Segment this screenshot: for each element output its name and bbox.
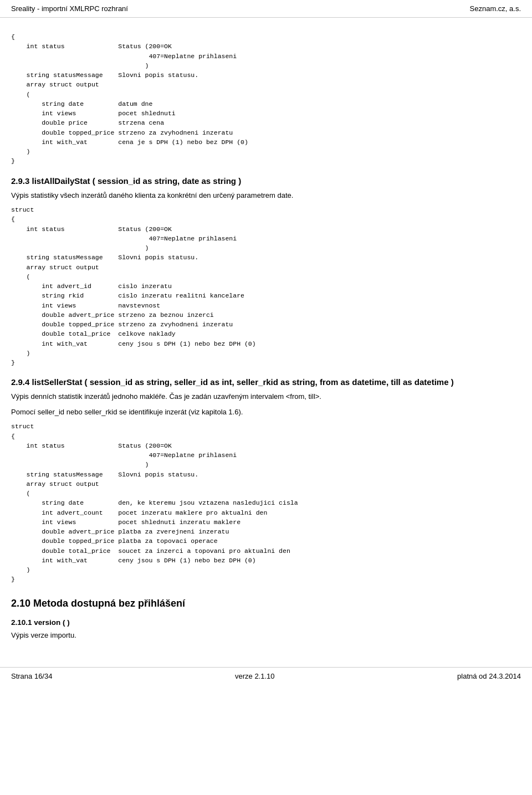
main-content: { int status Status (200=OK 407=Neplatne… bbox=[0, 23, 532, 656]
section-293-desc: Výpis statistiky všech inzerátů daného k… bbox=[11, 190, 521, 201]
section-294-desc2: Pomocí seller_id nebo seller_rkid se ide… bbox=[11, 407, 521, 418]
section-2101-desc: Výpis verze importu. bbox=[11, 630, 521, 641]
section-294-heading: 2.9.4 listSellerStat ( session_id as str… bbox=[11, 377, 521, 387]
page-site: Seznam.cz, a.s. bbox=[470, 4, 521, 13]
page-footer: Strana 16/34 verze 2.1.10 platná od 24.3… bbox=[0, 667, 532, 685]
section-293-heading: 2.9.3 listAllDailyStat ( session_id as s… bbox=[11, 176, 521, 186]
code-block-top: { int status Status (200=OK 407=Neplatne… bbox=[11, 32, 521, 166]
footer-validity: platná od 24.3.2014 bbox=[457, 672, 521, 680]
footer-version: verze 2.1.10 bbox=[235, 672, 275, 680]
page-title: Sreality - importní XMLRPC rozhraní bbox=[11, 4, 128, 13]
footer-page-info: Strana 16/34 bbox=[11, 672, 52, 680]
page-header: Sreality - importní XMLRPC rozhraní Sezn… bbox=[0, 0, 532, 18]
section-210-heading: 2.10 Metoda dostupná bez přihlášení bbox=[11, 598, 521, 609]
code-block-294: struct { int status Status (200=OK 407=N… bbox=[11, 422, 521, 584]
section-294-desc1: Výpis denních statistik inzerátů jednoho… bbox=[11, 391, 521, 402]
code-block-293: struct { int status Status (200=OK 407=N… bbox=[11, 205, 521, 367]
section-2101-heading: 2.10.1 version ( ) bbox=[11, 618, 521, 627]
